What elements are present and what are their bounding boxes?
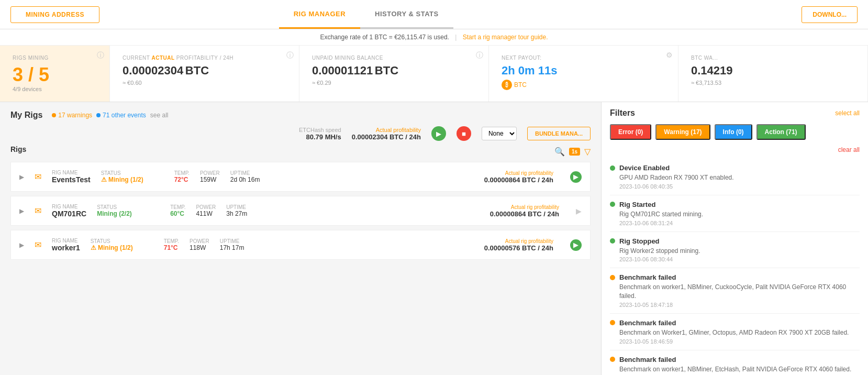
- rig-name-label: Rig name: [52, 170, 91, 175]
- event-item: Rig Started Rig QM701RC started mining. …: [610, 195, 860, 232]
- rig-uptime: 3h 27m: [226, 210, 247, 217]
- filter-badge-warning[interactable]: Warning (17): [655, 124, 710, 140]
- rig-play-btn[interactable]: ▶: [570, 239, 582, 251]
- left-panel: My Rigs 17 warnings 71 other events see …: [0, 102, 601, 375]
- other-events-count: 71 other events: [103, 112, 146, 119]
- tab-history-stats[interactable]: HISTORY & STATS: [360, 1, 453, 29]
- rig-name: EventsTest: [52, 175, 91, 184]
- event-item: Benchmark failed Benchmark on worker1, N…: [610, 268, 860, 314]
- tour-guide-link[interactable]: Start a rig manager tour guide.: [463, 34, 548, 41]
- see-all-link[interactable]: see all: [150, 112, 169, 119]
- event-desc: GPU AMD Radeon RX 7900 XT enabled.: [610, 173, 860, 182]
- rig-mail-icon: ✉: [35, 240, 41, 250]
- stat-profitability: CURRENT ACTUAL PROFITABILITY / 24H 0.000…: [110, 46, 299, 102]
- filter-badge-info[interactable]: Info (0): [715, 124, 752, 140]
- rig-status: Mining (2/2): [97, 210, 160, 217]
- play-all-button[interactable]: ▶: [431, 126, 446, 141]
- rig-uptime-label: Uptime: [220, 238, 244, 244]
- rig-pause-btn[interactable]: ▶: [576, 207, 582, 215]
- rig-profitability-col: Actual rig profitability 0.00000864 BTC …: [490, 204, 559, 218]
- rig-status-col: Status Mining (2/2): [97, 204, 160, 217]
- rig-name: QM701RC: [52, 209, 86, 218]
- speed-profit-controls: ETCHash speed 80.79 MH/s Actual profitab…: [10, 126, 591, 141]
- none-select[interactable]: None: [482, 127, 517, 140]
- rig-expand-button[interactable]: ▶: [19, 241, 24, 249]
- event-item: Benchmark failed Benchmark on worker1, N…: [610, 350, 860, 375]
- stat-unpaid: UNPAID MINING BALANCE 0.00001121 BTC ≈ €…: [299, 46, 489, 102]
- rig-row: ▶ ✉ Rig name QM701RC Status Mining (2/2)…: [10, 196, 591, 226]
- exchange-bar: Exchange rate of 1 BTC = €26,115.47 is u…: [0, 29, 868, 46]
- event-time: 2023-10-05 18:47:18: [610, 302, 860, 308]
- warnings-count: 17 warnings: [58, 112, 92, 119]
- unpaid-value-row: 0.00001121 BTC: [312, 64, 476, 78]
- profitability-value-row: 0.00002304 BTC: [123, 64, 286, 78]
- bundle-manager-button[interactable]: BUNDLE MANA...: [527, 127, 591, 140]
- event-title: Benchmark failed: [619, 356, 676, 363]
- actual-label: ACTUAL: [151, 55, 174, 61]
- exchange-rate-text: Exchange rate of 1 BTC = €26,115.47 is u…: [320, 34, 449, 41]
- btc-row: ₿ BTC: [502, 80, 665, 90]
- unpaid-label: UNPAID MINING BALANCE: [312, 55, 476, 61]
- rig-play-btn[interactable]: ▶: [570, 171, 582, 183]
- event-item: Rig Stopped Rig Worker2 stopped mining. …: [610, 232, 860, 269]
- rig-status: ⚠ Mining (1/2): [101, 176, 164, 183]
- event-title: Rig Stopped: [619, 237, 660, 245]
- my-rigs-title: My Rigs: [10, 111, 42, 120]
- warning-icon: ⚠: [101, 176, 107, 183]
- gear-icon[interactable]: ⚙: [666, 51, 673, 59]
- rig-temp-col: Temp. 71°C: [164, 238, 179, 251]
- other-events-badge: 71 other events: [96, 112, 146, 119]
- rig-power-col: Power 159W: [200, 170, 220, 183]
- filter-button[interactable]: ▽: [584, 147, 591, 157]
- rig-temp-col: Temp. 60°C: [170, 204, 185, 217]
- rig-status-col: Status ⚠ Mining (1/2): [101, 170, 164, 183]
- rig-profitability-col: Actual rig profitability 0.00000576 BTC …: [484, 238, 553, 252]
- filter-badge-error[interactable]: Error (0): [610, 124, 651, 140]
- mining-address-button[interactable]: MINING ADDRESS: [10, 6, 99, 23]
- event-title: Rig Started: [619, 201, 655, 208]
- event-title: Benchmark failed: [619, 319, 676, 327]
- rig-list: ▶ ✉ Rig name EventsTest Status ⚠ Mining …: [10, 162, 591, 260]
- event-desc: Benchmark on worker1, NBMiner, CuckooCyc…: [610, 283, 860, 301]
- rig-expand-button[interactable]: ▶: [19, 173, 24, 181]
- profitability-sub: ≈ €0.60: [123, 80, 286, 86]
- timer-badge: 1s: [569, 148, 580, 156]
- unpaid-sub: ≈ €0.29: [312, 80, 476, 86]
- select-all-link[interactable]: select all: [835, 109, 860, 117]
- rig-power: 118W: [190, 244, 209, 251]
- rig-row: ▶ ✉ Rig name worker1 Status ⚠ Mining (1/…: [10, 230, 591, 260]
- rig-prof-label: Actual rig profitability: [490, 204, 559, 210]
- search-button[interactable]: 🔍: [554, 147, 565, 157]
- btc-icon: ₿: [502, 80, 512, 90]
- profitability-unit: BTC: [185, 64, 209, 77]
- event-header: Benchmark failed: [610, 356, 860, 363]
- event-time: 2023-10-06 08:40:35: [610, 183, 860, 190]
- rig-power: 159W: [200, 176, 220, 183]
- stop-all-button[interactable]: ■: [457, 126, 471, 141]
- top-nav: MINING ADDRESS RIG MANAGER HISTORY & STA…: [0, 0, 868, 29]
- rig-uptime-label: Uptime: [230, 170, 260, 176]
- unpaid-unit: BTC: [375, 64, 398, 77]
- rig-row: ▶ ✉ Rig name EventsTest Status ⚠ Mining …: [10, 162, 591, 192]
- rig-expand-button[interactable]: ▶: [19, 207, 24, 215]
- rig-prof-label: Actual rig profitability: [484, 238, 553, 244]
- rigs-header-row: Rigs 🔍 1s ▽: [10, 145, 591, 158]
- divider: |: [455, 34, 457, 41]
- download-button[interactable]: DOWNLO...: [802, 6, 858, 23]
- tab-rig-manager[interactable]: RIG MANAGER: [279, 1, 360, 29]
- filter-badge-action[interactable]: Action (71): [756, 124, 806, 140]
- profit-value: 0.00002304 BTC / 24h: [352, 133, 421, 141]
- clear-all-link[interactable]: clear all: [610, 146, 860, 153]
- rig-status: ⚠ Mining (1/2): [91, 244, 153, 251]
- rig-status-label: Status: [91, 238, 153, 244]
- next-payout-label: NEXT PAYOUT:: [502, 55, 665, 61]
- stat-rigs-mining: RIGS MINING 3 / 5 4/9 devices ⓘ: [0, 46, 110, 102]
- rig-uptime: 2d 0h 16m: [230, 176, 260, 183]
- info-icon: ⓘ: [97, 51, 104, 60]
- rig-temp-label: Temp.: [174, 170, 190, 176]
- event-header: Rig Stopped: [610, 237, 860, 245]
- event-header: Benchmark failed: [610, 273, 860, 281]
- event-dot: [610, 275, 615, 280]
- rig-power-col: Power 411W: [196, 204, 216, 217]
- rig-uptime: 17h 17m: [220, 244, 244, 251]
